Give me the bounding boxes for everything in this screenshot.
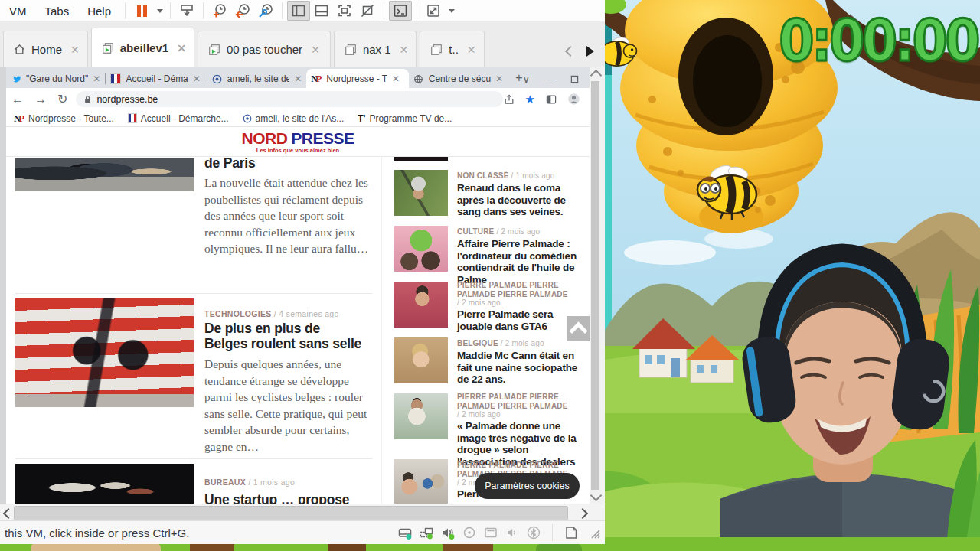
restore-icon[interactable] [570, 75, 579, 83]
hscrollbar-thumb[interactable] [14, 506, 568, 520]
bluetooth-icon[interactable] [526, 525, 541, 540]
home-icon [13, 43, 26, 56]
scroll-to-top-button[interactable] [567, 316, 590, 341]
sidebar-category[interactable]: NON CLASSÉ / 1 mois ago [457, 171, 587, 181]
vm-tab-00-pas-toucher[interactable]: 00 pas toucher ✕ [198, 31, 331, 67]
tab-scroll-right-icon[interactable] [586, 46, 594, 57]
article-thumbnail[interactable] [15, 464, 194, 504]
hard-disk-icon[interactable] [397, 525, 413, 540]
horizontal-scrollbar[interactable] [0, 504, 605, 521]
close-tab-icon[interactable]: ✕ [467, 44, 476, 56]
close-tab-icon[interactable]: ✕ [495, 73, 503, 84]
back-icon[interactable]: ← [11, 93, 24, 106]
close-tab-icon[interactable]: ✕ [93, 73, 100, 84]
close-tab-icon[interactable]: ✕ [392, 73, 400, 84]
chrome-tab-accueil[interactable]: Accueil - Déma ✕ [106, 70, 206, 88]
scrollbar-up-icon[interactable] [590, 70, 603, 82]
forward-icon[interactable]: → [34, 93, 47, 106]
show-thumbnail-bar-icon[interactable] [310, 1, 333, 21]
vertical-scrollbar[interactable] [590, 67, 601, 504]
unity-mode-icon[interactable] [356, 1, 379, 21]
message-log-icon[interactable] [564, 525, 579, 540]
chrome-tab-securite[interactable]: Centre de sécu ✕ [409, 70, 508, 88]
stretch-dropdown[interactable] [445, 1, 457, 21]
close-tab-icon[interactable]: ✕ [400, 44, 409, 56]
bookmark-star-icon[interactable]: ★ [525, 93, 535, 106]
sidebar-category[interactable]: PIERRE PALMADE PIERRE PALMADE PIERRE PAL… [457, 393, 587, 419]
snapshot-manager-icon[interactable] [254, 1, 277, 21]
cd-drive-icon[interactable] [462, 525, 477, 540]
sidebar-category[interactable]: CULTURE / 2 mois ago [457, 227, 587, 236]
scroll-right-icon[interactable] [577, 508, 588, 519]
chevron-up-icon [569, 321, 587, 340]
close-tab-icon[interactable]: ✕ [294, 73, 302, 84]
article-title[interactable]: Une startup … propose des [204, 492, 373, 504]
side-panel-icon[interactable] [545, 93, 557, 106]
ameli-icon [212, 73, 223, 84]
tab-search-icon[interactable]: ∨ [523, 73, 531, 85]
floppy-drive-icon[interactable] [483, 525, 498, 540]
close-tab-icon[interactable]: ✕ [177, 42, 186, 54]
profile-avatar-icon[interactable] [567, 93, 580, 106]
send-ctrl-alt-del-icon[interactable] [175, 1, 198, 21]
vm-tab-nax1[interactable]: nax 1 ✕ [334, 31, 416, 67]
fullscreen-mode-icon[interactable] [333, 1, 356, 21]
site-logo[interactable]: NORDPRESSE [6, 129, 590, 148]
console-view-icon[interactable] [389, 1, 412, 21]
close-tab-icon[interactable]: ✕ [311, 44, 320, 56]
sound-icon[interactable] [440, 525, 456, 540]
chrome-tab-twitter[interactable]: "Gare du Nord" ✕ [6, 70, 105, 88]
cookie-settings-button[interactable]: Paramètres cookies [475, 473, 580, 499]
sidebar-thumbnail[interactable] [394, 459, 448, 504]
minimize-icon[interactable]: — [545, 73, 555, 85]
new-tab-icon[interactable]: + [515, 71, 522, 85]
bookmark-ameli[interactable]: ameli, le site de l'As... [243, 113, 345, 124]
url-omnibox[interactable]: nordpresse.be [76, 91, 502, 107]
suspend-vm-button[interactable] [130, 1, 153, 21]
sidebar-thumbnail[interactable] [394, 282, 448, 328]
bookmark-nordpresse[interactable]: NP Nordpresse - Toute... [14, 113, 114, 124]
chrome-tab-ameli[interactable]: ameli, le site de ✕ [207, 70, 306, 88]
sidebar-thumbnail[interactable] [394, 170, 448, 216]
article-category[interactable]: TECHNOLOGIES / 4 semaines ago [204, 309, 339, 318]
take-snapshot-icon[interactable] [208, 1, 231, 21]
sidebar-category[interactable]: PIERRE PALMADE PIERRE PALMADE PIERRE PAL… [457, 281, 587, 308]
vm-tab-abeillev1[interactable]: abeillev1 ✕ [91, 28, 194, 67]
tab-scroll-left-icon[interactable] [565, 46, 576, 57]
stretch-guest-icon[interactable] [422, 1, 445, 21]
suspend-dropdown[interactable] [153, 1, 165, 21]
menu-help[interactable]: Help [78, 5, 120, 18]
reload-icon[interactable]: ↻ [57, 92, 67, 106]
nordpresse-favicon: NP [311, 73, 322, 84]
sidebar-title[interactable]: Renaud dans le coma après la découverte … [457, 182, 589, 218]
sidebar-thumbnail[interactable] [394, 226, 448, 272]
speaker-muted-icon[interactable] [505, 525, 520, 540]
sidebar-title[interactable]: Affaire Pierre Palmade : l'ordinateur du… [457, 238, 589, 285]
bookmark-programme-tv[interactable]: T' Programme TV de... [358, 113, 452, 124]
menu-vm[interactable]: VM [0, 5, 36, 18]
article-title[interactable]: de Paris [204, 155, 373, 171]
network-adapter-icon[interactable] [419, 525, 434, 540]
sidebar-thumbnail[interactable] [394, 337, 448, 383]
vmware-tabbar: Home ✕ abeillev1 ✕ 00 pas toucher ✕ nax … [0, 21, 605, 68]
menu-tabs[interactable]: Tabs [36, 5, 79, 18]
scrollbar-down-icon[interactable] [590, 490, 603, 502]
chrome-tab-nordpresse[interactable]: NP Nordpresse - T ✕ [306, 69, 408, 88]
sidebar-title[interactable]: Maddie Mc Cann était en fait une naine s… [457, 350, 589, 386]
vm-tab-t[interactable]: t.. ✕ [420, 31, 484, 67]
show-library-panel-icon[interactable] [287, 1, 310, 21]
resize-grip[interactable] [588, 527, 600, 539]
share-icon[interactable] [503, 93, 515, 106]
vm-tab-home[interactable]: Home ✕ [3, 31, 88, 67]
article-title[interactable]: De plus en plus de Belges roulent sans s… [204, 321, 365, 351]
article-thumbnail[interactable] [15, 158, 194, 191]
scroll-left-icon[interactable] [3, 508, 14, 519]
article-category[interactable]: BUREAUX / 1 mois ago [204, 478, 295, 487]
close-tab-icon[interactable]: ✕ [70, 44, 80, 56]
sidebar-thumbnail[interactable] [394, 393, 448, 439]
close-tab-icon[interactable]: ✕ [193, 73, 201, 84]
article-thumbnail[interactable] [15, 298, 194, 407]
scrollbar-thumb[interactable] [591, 81, 599, 490]
revert-snapshot-icon[interactable] [231, 1, 254, 21]
bookmark-accueil[interactable]: Accueil - Démarche... [128, 113, 229, 124]
